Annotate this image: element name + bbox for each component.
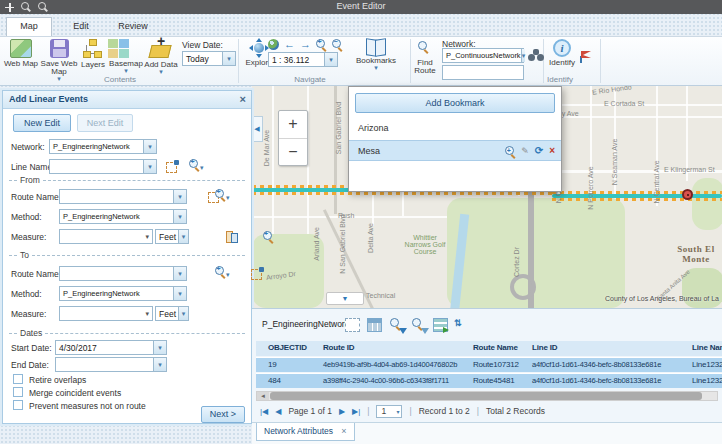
from-measure-unit-select[interactable]: Feet ▾ xyxy=(155,229,189,244)
street-label: De Mar Ave xyxy=(263,130,270,166)
col-route-name[interactable]: Route Name xyxy=(473,343,518,352)
network-field-label: Network: xyxy=(11,142,45,152)
add-data-button[interactable]: + Add Data ▾ xyxy=(142,39,180,75)
remove-bookmark-icon[interactable]: × xyxy=(549,145,555,157)
first-page-icon[interactable]: |◀ xyxy=(260,407,268,416)
pan-to-selection-icon[interactable] xyxy=(412,318,427,332)
group-label-navigate: Navigate xyxy=(260,75,360,84)
prevent-measures-checkbox[interactable] xyxy=(13,400,23,410)
globe-full-extent-icon[interactable] xyxy=(268,39,279,50)
export-records-icon[interactable] xyxy=(433,318,448,332)
flag-icon[interactable] xyxy=(578,51,590,63)
network-field[interactable]: P_EngineeringNetwork ▾ xyxy=(49,139,157,154)
previous-page-icon[interactable]: ◀ xyxy=(275,407,281,416)
next-step-button[interactable]: Next > xyxy=(201,406,245,423)
layers-button[interactable]: Layers xyxy=(78,39,108,69)
caret-down-icon: ▾ xyxy=(173,210,186,223)
layers-icon xyxy=(83,39,103,59)
bookmarks-button[interactable]: Bookmarks ▾ xyxy=(352,39,400,71)
to-measure-field[interactable]: ▾ xyxy=(59,306,153,321)
caret-down-icon: ▾ xyxy=(178,230,188,243)
tab-review[interactable]: Review xyxy=(108,18,158,36)
selection-options-icon[interactable] xyxy=(345,318,360,332)
network-select[interactable]: P_ContinuousNetwork ▾ xyxy=(442,48,524,63)
scrollbar-thumb[interactable] xyxy=(270,392,702,400)
previous-extent-icon[interactable]: ← xyxy=(284,39,295,50)
page-select[interactable]: 1 ▾ xyxy=(376,405,402,418)
caret-down-icon: ▾ xyxy=(108,68,144,74)
route-search-input[interactable] xyxy=(442,65,524,80)
identify-button[interactable]: i Identify xyxy=(546,39,578,67)
refresh-bookmark-icon[interactable]: ⟳ xyxy=(535,145,543,157)
street-label: E Klingerman St xyxy=(664,166,715,173)
close-icon[interactable]: × xyxy=(341,426,346,436)
col-line-id[interactable]: Line ID xyxy=(532,343,557,352)
to-measure-unit-select[interactable]: Feet ▾ xyxy=(155,306,189,321)
basemap-button[interactable]: Basemap ▾ xyxy=(108,39,144,74)
find-route-icon xyxy=(418,41,432,55)
next-extent-icon[interactable]: → xyxy=(300,39,311,50)
to-method-field[interactable]: P_EngineeringNetwork ▾ xyxy=(59,286,187,301)
scroll-left-icon[interactable]: ◄ xyxy=(257,392,269,400)
from-measure-field[interactable]: ▾ xyxy=(59,229,153,244)
caret-down-icon: ▾ xyxy=(396,408,401,415)
caret-down-icon: ▾ xyxy=(173,287,186,300)
web-map-button[interactable]: Web Map xyxy=(2,39,40,68)
col-objectid[interactable]: OBJECTID xyxy=(268,343,307,352)
add-bookmark-button[interactable]: Add Bookmark xyxy=(355,93,555,113)
from-section-legend: From xyxy=(9,175,245,185)
end-date-field[interactable]: ▾ xyxy=(55,357,167,372)
caret-down-icon: ▾ xyxy=(153,341,166,354)
zoom-in-tool-icon[interactable]: + xyxy=(316,39,327,50)
map-zoom-out-button[interactable]: − xyxy=(279,139,307,167)
last-page-icon[interactable]: ▶| xyxy=(352,407,360,416)
to-measure-label: Measure: xyxy=(11,309,46,319)
table-options-icon[interactable] xyxy=(367,318,382,332)
to-route-name-field[interactable]: ▾ xyxy=(59,266,187,281)
find-route-button[interactable]: Find Route xyxy=(410,41,440,75)
next-page-icon[interactable]: ▶ xyxy=(339,407,345,416)
zoom-to-route-icon[interactable]: +▾ xyxy=(215,189,230,202)
table-row[interactable]: 484 a398ff4c-2940-4c00-96b6-c6343f8f1711… xyxy=(256,373,722,388)
binoculars-icon[interactable] xyxy=(528,49,544,61)
table-row[interactable]: 19 4eb9419b-af9b-4d04-ab69-1d400476802b … xyxy=(256,357,722,372)
start-date-field[interactable]: 4/30/2017 ▾ xyxy=(55,340,167,355)
from-route-name-field[interactable]: ▾ xyxy=(59,189,187,204)
scale-select[interactable]: 1 : 36.112 ▾ xyxy=(268,52,338,67)
col-route-id[interactable]: Route ID xyxy=(323,343,354,352)
tab-edit[interactable]: Edit xyxy=(58,18,104,36)
retire-overlaps-checkbox[interactable] xyxy=(13,374,23,384)
zoom-to-measure-icon[interactable]: + xyxy=(263,231,274,242)
next-edit-button[interactable]: Next Edit xyxy=(77,114,133,132)
caret-down-icon: ▾ xyxy=(178,307,188,320)
route-point-marker[interactable] xyxy=(682,189,693,200)
zoom-out-tool-icon[interactable]: − xyxy=(332,39,343,50)
map-zoom-in-button[interactable]: + xyxy=(279,111,307,139)
line-name-field[interactable]: ▾ xyxy=(49,159,157,174)
merge-coincident-label: Merge coincident events xyxy=(29,388,121,398)
bookmark-item-arizona[interactable]: Arizona xyxy=(349,118,561,139)
caret-down-icon: ▾ xyxy=(143,140,156,153)
merge-coincident-checkbox[interactable] xyxy=(13,387,23,397)
add-linear-events-panel: Add Linear Events × New Edit Next Edit N… xyxy=(2,90,252,424)
view-date-select[interactable]: Today ▾ xyxy=(182,51,236,66)
measure-tool-icon[interactable] xyxy=(226,230,238,242)
select-line-on-map-icon[interactable] xyxy=(166,160,179,172)
tab-map[interactable]: Map xyxy=(6,17,52,36)
zoom-to-route-icon[interactable]: +▾ xyxy=(215,266,230,279)
bookmark-item-mesa[interactable]: Mesa + ✎ ⟳ × xyxy=(349,140,561,161)
select-route-on-map-icon[interactable] xyxy=(251,267,264,279)
zoom-to-bookmark-icon[interactable]: + xyxy=(505,146,515,156)
zoom-to-selection-icon[interactable] xyxy=(390,318,405,332)
from-method-field[interactable]: P_EngineeringNetwork ▾ xyxy=(59,209,187,224)
close-icon[interactable]: × xyxy=(240,93,246,105)
new-edit-button[interactable]: New Edit xyxy=(13,114,71,132)
zoom-to-line-icon[interactable]: +▾ xyxy=(189,159,204,172)
col-line-name[interactable]: Line Name xyxy=(692,343,722,352)
tab-network-attributes[interactable]: Network Attributes × xyxy=(256,423,355,441)
edit-bookmark-icon[interactable]: ✎ xyxy=(521,145,529,157)
golf-course-label: Whittier Narrows Golf Course xyxy=(400,234,450,255)
sort-records-icon[interactable]: ⇅ xyxy=(454,318,469,332)
collapse-panel-left-button[interactable]: ◀ xyxy=(252,116,263,142)
collapse-table-button[interactable]: ▼ xyxy=(326,292,364,305)
